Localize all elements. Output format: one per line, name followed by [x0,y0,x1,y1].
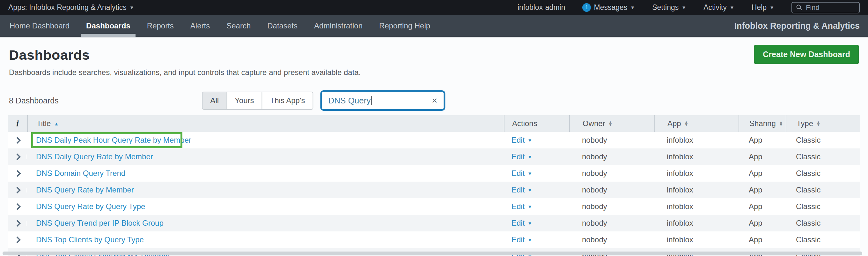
edit-menu-button[interactable]: Edit [512,219,525,228]
page-subtitle: Dashboards include searches, visualizati… [9,68,859,77]
row-owner-cell: nobody [569,186,654,194]
nav-tab-search[interactable]: Search [218,15,259,37]
header-owner[interactable]: Owner ▲▼ [569,115,654,132]
row-title-cell: DNS Daily Peak Hour Query Rate by Member [27,136,504,145]
dashboard-title-link[interactable]: DNS Daily Peak Hour Query Rate by Member [36,136,191,145]
header-actions: Actions [504,115,569,132]
chevron-down-icon: ▼ [527,221,532,226]
dashboard-title-link[interactable]: DNS Domain Query Trend [36,169,125,178]
row-actions-cell: Edit▼ [504,136,569,145]
edit-menu-button[interactable]: Edit [512,136,525,145]
filter-button-all[interactable]: All [202,92,227,110]
edit-menu-button[interactable]: Edit [512,186,525,194]
row-type-cell: Classic [786,202,860,211]
expand-chevron-icon[interactable] [14,137,21,143]
row-title-cell: DNS Query Rate by Member [27,186,504,194]
horizontal-scrollbar[interactable] [3,252,862,255]
help-menu[interactable]: Help ▼ [752,3,774,12]
settings-menu[interactable]: Settings ▼ [652,3,686,12]
row-title-cell: DNS Query Rate by Query Type [27,202,504,211]
dashboard-title-link[interactable]: DNS Daily Query Rate by Member [36,152,153,161]
row-sharing-cell: App [739,152,786,161]
nav-tab-administration[interactable]: Administration [306,15,371,37]
header-sharing[interactable]: Sharing ▲▼ [739,115,786,132]
nav-tab-home-dashboard[interactable]: Home Dashboard [1,15,78,37]
activity-menu[interactable]: Activity ▼ [704,3,734,12]
row-owner-cell: nobody [569,169,654,178]
table-row: DNS Top Clients by Query TypeEdit▼nobody… [8,231,860,248]
row-app-cell: infoblox [654,152,739,161]
nav-tab-dashboards[interactable]: Dashboards [78,15,139,37]
row-expand-cell [8,237,27,242]
chevron-down-icon: ▼ [129,5,134,10]
edit-menu-button[interactable]: Edit [512,169,525,178]
nav-tab-reporting-help[interactable]: Reporting Help [371,15,438,37]
apps-menu[interactable]: Apps: Infoblox Reporting & Analytics ▼ [8,3,134,12]
messages-count-badge: 1 [582,3,591,12]
ownership-filter-group: AllYoursThis App's [202,92,313,110]
dashboard-title-link[interactable]: DNS Query Trend per IP Block Group [36,219,163,228]
row-sharing-cell: App [739,169,786,178]
header-type[interactable]: Type ▲▼ [786,115,860,132]
top-bar-right: infoblox-admin 1 Messages ▼ Settings ▼ A… [518,2,860,13]
edit-menu-button[interactable]: Edit [512,152,525,161]
nav-tab-reports[interactable]: Reports [139,15,182,37]
dashboard-title-link[interactable]: DNS Query Rate by Query Type [36,202,145,211]
filter-button-this-app-s[interactable]: This App's [262,92,313,110]
nav-tab-alerts[interactable]: Alerts [182,15,218,37]
dashboard-title-link[interactable]: DNS Query Rate by Member [36,186,134,194]
chevron-down-icon: ▼ [730,5,734,10]
expand-chevron-icon[interactable] [14,170,21,176]
chevron-down-icon: ▼ [770,5,774,10]
username-label: infoblox-admin [518,3,565,12]
edit-menu-button[interactable]: Edit [512,235,525,244]
row-expand-cell [8,154,27,159]
expand-chevron-icon[interactable] [14,153,21,160]
header-title[interactable]: Title ▲ [27,115,504,132]
filter-row: 8 Dashboards AllYoursThis App's DNS Quer… [9,90,859,111]
header-type-label: Type [797,119,813,128]
expand-chevron-icon[interactable] [14,203,21,210]
row-expand-cell [8,204,27,209]
chevron-down-icon: ▼ [527,204,532,209]
row-sharing-cell: App [739,235,786,244]
chevron-down-icon: ▼ [630,5,635,10]
table-row: DNS Query Rate by Query TypeEdit▼nobodyi… [8,198,860,215]
row-type-cell: Classic [786,169,860,178]
chevron-down-icon: ▼ [527,237,532,243]
row-expand-cell [8,221,27,226]
page-content: Dashboards Dashboards include searches, … [0,38,868,111]
row-actions-cell: Edit▼ [504,152,569,161]
messages-label: Messages [594,3,627,12]
sort-both-icon: ▲▼ [816,121,820,126]
header-app[interactable]: App ▲▼ [654,115,739,132]
dashboard-title-link[interactable]: DNS Top Clients by Query Type [36,235,144,244]
messages-menu[interactable]: 1 Messages ▼ [582,3,635,12]
header-info: i [8,115,27,132]
table-row: DNS Query Rate by MemberEdit▼nobodyinfob… [8,181,860,198]
row-actions-cell: Edit▼ [504,169,569,178]
expand-chevron-icon[interactable] [14,187,21,193]
create-new-dashboard-button[interactable]: Create New Dashboard [754,45,859,64]
table-row: DNS Query Trend per IP Block GroupEdit▼n… [8,215,860,231]
expand-chevron-icon[interactable] [14,220,21,226]
edit-menu-button[interactable]: Edit [512,202,525,211]
row-type-cell: Classic [786,186,860,194]
find-input[interactable]: Find [792,2,860,13]
nav-tab-datasets[interactable]: Datasets [259,15,306,37]
row-type-cell: Classic [786,235,860,244]
find-placeholder: Find [806,3,819,12]
filter-button-yours[interactable]: Yours [227,92,262,110]
row-type-cell: Classic [786,136,860,145]
table-body: DNS Daily Peak Hour Query Rate by Member… [8,132,860,256]
apps-menu-label: Apps: Infoblox Reporting & Analytics [8,3,127,12]
user-menu[interactable]: infoblox-admin [518,3,565,12]
row-expand-cell [8,171,27,176]
search-input-value: DNS Query [329,96,371,106]
clear-search-icon[interactable]: × [432,96,437,105]
expand-chevron-icon[interactable] [14,236,21,243]
row-owner-cell: nobody [569,152,654,161]
dashboard-search-input[interactable]: DNS Query × [320,90,445,111]
info-icon: i [16,118,19,129]
chevron-down-icon: ▼ [527,154,532,160]
